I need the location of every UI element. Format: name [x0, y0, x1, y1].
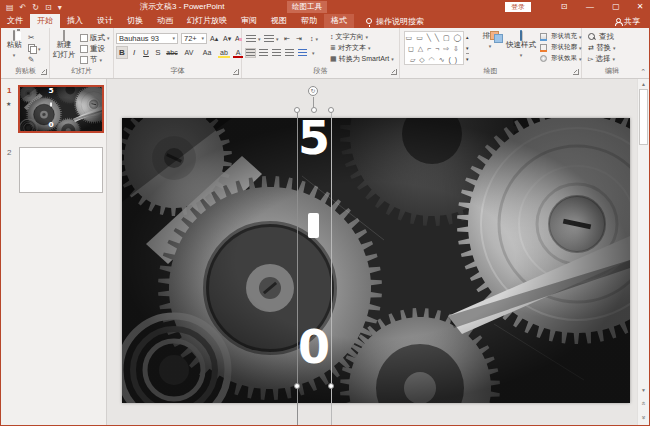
- section-icon: [80, 56, 88, 64]
- share-button[interactable]: 共享: [614, 14, 640, 28]
- next-slide-button[interactable]: «: [638, 414, 649, 421]
- text-direction-button[interactable]: ↕ 文字方向 ▾: [330, 31, 368, 42]
- shapes-scroll-down-button[interactable]: ▾: [466, 42, 469, 53]
- shrink-font-button[interactable]: A▾: [223, 33, 231, 44]
- vertical-scrollbar[interactable]: ▲ ▼ « «: [637, 79, 649, 425]
- textbox-selection-right-edge[interactable]: [331, 110, 332, 426]
- slide-thumbnail-1[interactable]: 5 1 0: [18, 85, 104, 133]
- animation-star-icon[interactable]: ★: [6, 100, 11, 107]
- paste-label: 粘贴: [4, 40, 24, 50]
- character-spacing-button[interactable]: AV: [182, 47, 196, 58]
- customize-qat-icon[interactable]: ▾: [58, 3, 62, 12]
- cut-button[interactable]: ✂: [28, 32, 34, 43]
- shape-effects-button[interactable]: 形状效果 ▾: [540, 53, 582, 64]
- maximize-button[interactable]: ▢: [606, 0, 626, 14]
- align-right-button[interactable]: [272, 47, 284, 58]
- resize-handle-middle-left[interactable]: [294, 383, 300, 389]
- tell-me-box[interactable]: 操作说明搜索: [366, 14, 424, 28]
- italic-button[interactable]: I: [129, 47, 139, 58]
- tab-slideshow[interactable]: 幻灯片放映: [180, 14, 234, 28]
- close-button[interactable]: ✕: [630, 0, 650, 14]
- minimize-button[interactable]: —: [580, 0, 600, 14]
- tab-insert[interactable]: 插入: [60, 14, 90, 28]
- resize-handle-top-left[interactable]: [294, 107, 300, 113]
- rotation-handle[interactable]: ↻: [308, 86, 318, 96]
- layout-button[interactable]: 版式 ▾: [80, 32, 110, 43]
- tab-review[interactable]: 审阅: [234, 14, 264, 28]
- tab-help[interactable]: 帮助: [294, 14, 324, 28]
- slide2-number: 2: [7, 148, 11, 157]
- collapse-ribbon-button[interactable]: ⌃: [640, 68, 646, 76]
- slide-canvas[interactable]: 5 1 0: [122, 118, 630, 403]
- slide-text-1[interactable]: 1: [308, 213, 319, 238]
- shape-outline-button[interactable]: 形状轮廓 ▾: [540, 42, 582, 53]
- justify-button[interactable]: [285, 47, 297, 58]
- scroll-down-button[interactable]: ▼: [638, 387, 649, 393]
- paste-button[interactable]: 粘贴 ▾: [4, 31, 24, 59]
- line-spacing-button[interactable]: ↕ ▾: [310, 33, 318, 44]
- tab-transitions[interactable]: 切换: [120, 14, 150, 28]
- resize-handle-middle-right[interactable]: [328, 383, 334, 389]
- find-button[interactable]: 查找: [588, 31, 614, 42]
- shapes-more-button[interactable]: ▾: [466, 53, 469, 64]
- previous-slide-button[interactable]: «: [638, 400, 649, 407]
- bullets-button[interactable]: ▾: [246, 33, 261, 44]
- group-drawing: ▭ ▭ ╲ ╲ ▢ ◯ ◻ △ ⌐ ¬ ⇨ ⇩ ▱ ◇ ◠ ∿ ( ) ▴ ▾ …: [400, 28, 582, 78]
- format-painter-button[interactable]: ✎: [28, 54, 34, 65]
- tab-format[interactable]: 格式: [324, 14, 354, 28]
- reset-button[interactable]: 重设: [80, 43, 105, 54]
- font-name-combo[interactable]: Bauhaus 93 ▾: [116, 33, 178, 44]
- paragraph-dialog-launcher[interactable]: [391, 69, 397, 75]
- replace-button[interactable]: ⇄ 替换 ▾: [588, 42, 615, 53]
- columns-button[interactable]: ▾: [298, 47, 315, 58]
- copy-button[interactable]: ▾: [28, 43, 41, 54]
- clear-formatting-button[interactable]: A: [235, 33, 240, 44]
- convert-smartart-button[interactable]: ▦ 转换为 SmartArt ▾: [330, 53, 394, 64]
- scroll-up-button[interactable]: ▲: [638, 81, 649, 87]
- shape-effects-label: 形状效果: [551, 54, 577, 63]
- line-spacing-caret-icon: ▾: [316, 36, 319, 42]
- tab-home[interactable]: 开始: [30, 14, 60, 28]
- start-slideshow-icon[interactable]: ⊡: [45, 3, 52, 12]
- scrollbar-thumb[interactable]: [639, 89, 648, 145]
- decrease-indent-button[interactable]: ⇤: [284, 33, 290, 44]
- resize-handle-top-right[interactable]: [328, 107, 334, 113]
- tab-view[interactable]: 视图: [264, 14, 294, 28]
- bold-button[interactable]: B: [117, 47, 127, 58]
- shapes-scroll-up-button[interactable]: ▴: [466, 31, 469, 42]
- highlight-color-button[interactable]: ab: [218, 47, 230, 58]
- tab-file[interactable]: 文件: [0, 14, 30, 28]
- font-size-combo[interactable]: 72+ ▾: [181, 33, 207, 44]
- ribbon-display-options-button[interactable]: ⊡: [554, 0, 574, 14]
- clipboard-dialog-launcher[interactable]: [41, 69, 47, 75]
- redo-icon[interactable]: ↻: [32, 3, 39, 12]
- new-slide-button[interactable]: 新建 幻灯片: [51, 31, 77, 60]
- save-icon[interactable]: ▤: [6, 3, 14, 12]
- shape-fill-button[interactable]: 形状填充 ▾: [540, 31, 582, 42]
- select-button[interactable]: ▻ 选择 ▾: [588, 53, 615, 64]
- shapes-gallery[interactable]: ▭ ▭ ╲ ╲ ▢ ◯ ◻ △ ⌐ ¬ ⇨ ⇩ ▱ ◇ ◠ ∿ ( ): [404, 31, 464, 65]
- resize-handle-top-center[interactable]: [311, 107, 317, 113]
- quick-styles-button[interactable]: 快速样式 ▾: [504, 31, 538, 59]
- increase-indent-button[interactable]: ⇥: [296, 33, 302, 44]
- tab-design[interactable]: 设计: [90, 14, 120, 28]
- grow-font-button[interactable]: A▴: [210, 33, 218, 44]
- sign-in-button[interactable]: 登录: [505, 2, 531, 12]
- align-center-button[interactable]: [259, 47, 271, 58]
- drawing-dialog-launcher[interactable]: [573, 69, 579, 75]
- text-shadow-button[interactable]: S: [153, 47, 163, 58]
- underline-button[interactable]: U: [141, 47, 151, 58]
- font-dialog-launcher[interactable]: [233, 69, 239, 75]
- section-button[interactable]: 节 ▾: [80, 54, 102, 65]
- clear-formatting-icon: A: [235, 35, 240, 42]
- align-left-button[interactable]: [246, 47, 258, 58]
- undo-icon[interactable]: ↶: [20, 3, 27, 12]
- arrange-button[interactable]: 排列 ▾: [478, 31, 502, 50]
- slide-thumbnail-2[interactable]: [19, 147, 103, 193]
- tab-animations[interactable]: 动画: [150, 14, 180, 28]
- numbering-button[interactable]: ▾: [264, 33, 279, 44]
- strikethrough-button[interactable]: abc: [165, 47, 179, 58]
- align-text-button[interactable]: ≣ 对齐文本 ▾: [330, 42, 370, 53]
- change-case-button[interactable]: Aa: [200, 47, 214, 58]
- textbox-selection-left-edge[interactable]: [297, 110, 298, 426]
